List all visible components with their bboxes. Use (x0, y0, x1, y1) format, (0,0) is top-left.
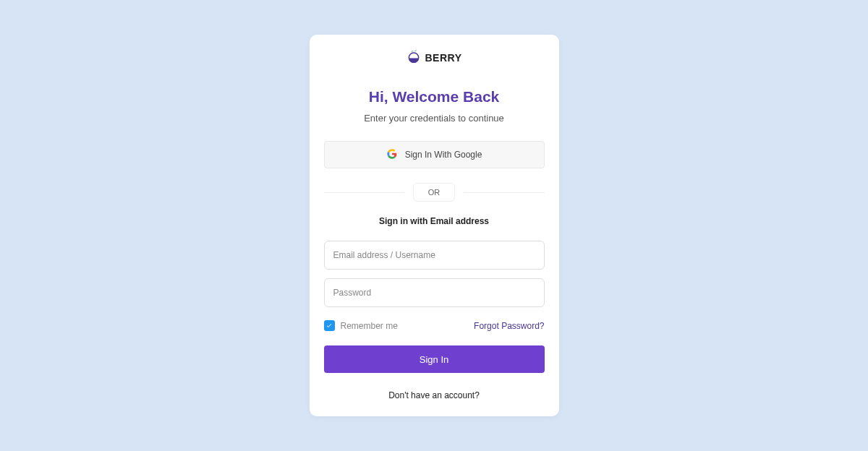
remember-me-checkbox[interactable] (324, 320, 335, 331)
remember-me-label: Remember me (341, 321, 398, 331)
google-signin-button[interactable]: Sign In With Google (324, 141, 545, 168)
divider-line-right (464, 192, 544, 193)
forgot-password-link[interactable]: Forgot Password? (474, 321, 544, 331)
email-field[interactable] (324, 241, 545, 270)
brand-name: BERRY (425, 52, 462, 64)
email-signin-heading: Sign in with Email address (324, 216, 545, 226)
divider-line-left (324, 192, 404, 193)
password-field[interactable] (324, 278, 545, 307)
login-card: BERRY Hi, Welcome Back Enter your creden… (310, 35, 559, 416)
remember-forgot-row: Remember me Forgot Password? (324, 320, 545, 331)
welcome-subtitle: Enter your credentials to continue (324, 113, 545, 124)
google-signin-label: Sign In With Google (405, 150, 482, 160)
berry-logo-icon (407, 49, 421, 66)
no-account-link[interactable]: Don't have an account? (324, 390, 545, 400)
divider: OR (324, 183, 545, 202)
welcome-heading: Hi, Welcome Back (324, 88, 545, 106)
divider-or: OR (413, 183, 456, 202)
signin-button[interactable]: Sign In (324, 345, 545, 373)
remember-me-wrap: Remember me (324, 320, 398, 331)
google-icon (386, 148, 398, 162)
brand-row: BERRY (324, 49, 545, 66)
